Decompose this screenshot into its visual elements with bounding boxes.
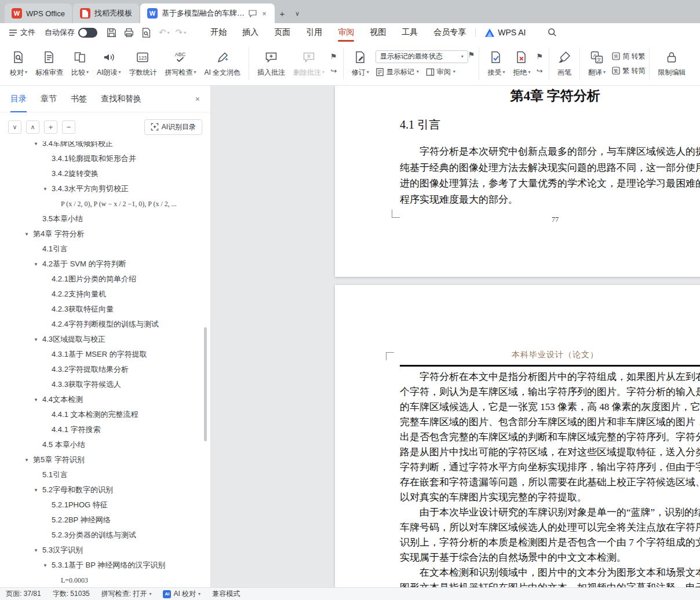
show-markup-button[interactable]: 显示标记 ▾ bbox=[375, 67, 419, 77]
change-flag-icon[interactable]: ⚑ bbox=[536, 53, 543, 60]
toc-item[interactable]: 3.4.2旋转变换 bbox=[0, 166, 205, 181]
menu-view[interactable]: 视图 bbox=[370, 23, 386, 42]
tree-collapse-icon[interactable]: ▼ bbox=[34, 548, 42, 553]
zoom-out-outline-button[interactable]: − bbox=[62, 120, 75, 134]
toc-item[interactable]: ▼5.2字母和数字的识别 bbox=[0, 482, 205, 497]
toc-item[interactable]: 4.2.4字符判断模型的训练与测试 bbox=[0, 317, 205, 332]
zoom-in-outline-button[interactable]: + bbox=[44, 120, 57, 134]
document-area[interactable]: 第4章 字符分析 4.1 引言 字符分析是本次研究中创新点最多的部分，与车牌区域… bbox=[211, 86, 700, 587]
menu-page[interactable]: 页面 bbox=[274, 23, 290, 42]
ai-recognize-toc-button[interactable]: AI识别目录 bbox=[144, 119, 202, 135]
translate-button[interactable]: A文 翻译▾ bbox=[584, 47, 610, 81]
toc-item[interactable]: P (x / 2, 0), P (w − x / 2 −1, 0), P (x … bbox=[0, 196, 205, 211]
wps-ai-menu[interactable]: WPS AI bbox=[485, 28, 526, 37]
accept-button[interactable]: 接受▾ bbox=[483, 47, 509, 81]
toc-item[interactable]: ▼4.2基于 SVM 的字符判断 bbox=[0, 257, 205, 272]
tree-collapse-icon[interactable]: ▼ bbox=[24, 458, 33, 463]
spellcheck-status[interactable]: 拼写检查: 打开 ▾ bbox=[101, 589, 152, 599]
toc-item[interactable]: 3.5本章小结 bbox=[0, 211, 205, 226]
toc-item[interactable]: 5.2.1PHOG 特征 bbox=[0, 497, 205, 513]
tree-collapse-icon[interactable]: ▼ bbox=[34, 337, 42, 342]
print-icon[interactable] bbox=[123, 27, 134, 38]
collapse-all-button[interactable]: ∧ bbox=[26, 120, 39, 134]
expand-all-button[interactable]: ∨ bbox=[8, 120, 21, 134]
sidebar-close-icon[interactable]: × bbox=[195, 94, 200, 104]
document-page-2[interactable]: 本科毕业设计（论文） 字符分析在本文中是指分析图片中的字符组成，如果图片从左到右… bbox=[335, 285, 700, 587]
menu-insert[interactable]: 插入 bbox=[242, 23, 258, 42]
comment-flag-icon[interactable]: ⚑ bbox=[330, 53, 337, 60]
file-menu[interactable]: 文件 bbox=[6, 27, 39, 38]
spellcheck-button[interactable]: ABC 拼写检查▾ bbox=[161, 47, 200, 81]
track-changes-button[interactable]: 修订▾ bbox=[348, 47, 373, 81]
toc-item[interactable]: ▼5.3.1基于 BP 神经网络的汉字识别 bbox=[0, 558, 205, 573]
tab-close-icon[interactable]: × bbox=[261, 9, 268, 18]
toc-item[interactable]: ▼3.4车牌区域倾斜校正 bbox=[0, 141, 205, 151]
word-count-indicator[interactable]: 字数: 51035 bbox=[53, 589, 90, 599]
toc-item[interactable]: ▼5.3汉字识别 bbox=[0, 543, 205, 558]
toc-item[interactable]: ▼4.4文本检测 bbox=[0, 392, 205, 407]
menu-tools[interactable]: 工具 bbox=[402, 23, 418, 42]
autosave-toggle[interactable] bbox=[78, 28, 97, 38]
toc-item[interactable]: 5.1引言 bbox=[0, 467, 205, 482]
tree-collapse-icon[interactable]: ▼ bbox=[34, 262, 42, 267]
word-count-button[interactable]: 123 字数统计 bbox=[125, 47, 161, 81]
tab-contents[interactable]: 目录 bbox=[10, 86, 27, 112]
page-indicator[interactable]: 页面: 37/81 bbox=[6, 589, 41, 599]
template-tab[interactable]: 找稻壳模板 bbox=[73, 3, 139, 23]
print-preview-icon[interactable] bbox=[140, 27, 152, 38]
toc-item[interactable]: 4.2.1图片分类的简单介绍 bbox=[0, 272, 205, 287]
tab-list-chevron-icon[interactable]: ∨ bbox=[290, 5, 305, 22]
tree-collapse-icon[interactable]: ▼ bbox=[34, 488, 42, 493]
toc-item[interactable]: 4.3.3获取字符候选人 bbox=[0, 377, 205, 392]
toc-item[interactable]: 4.4.1 字符搜索 bbox=[0, 422, 205, 437]
menu-home[interactable]: 开始 bbox=[210, 23, 227, 42]
simplified-to-traditional-button[interactable]: 简 简 转繁 bbox=[612, 52, 645, 61]
comment-next-icon[interactable]: ↪ bbox=[330, 67, 337, 75]
toc-item[interactable]: ▼3.4.3水平方向剪切校正 bbox=[0, 181, 205, 196]
toc-item[interactable]: ▼4.3区域提取与校正 bbox=[0, 332, 205, 347]
toc-item[interactable]: 4.3.1基于 MSER 的字符提取 bbox=[0, 347, 205, 362]
wps-home-tab[interactable]: W WPS Office bbox=[5, 3, 72, 23]
next-change-icon[interactable]: ↪ bbox=[537, 67, 543, 75]
toc-item[interactable]: 4.2.2支持向量机 bbox=[0, 287, 205, 302]
tab-bookmarks[interactable]: 书签 bbox=[71, 86, 87, 112]
tree-collapse-icon[interactable]: ▼ bbox=[24, 232, 33, 237]
standard-review-button[interactable]: 标准审查 bbox=[31, 47, 67, 81]
ink-brush-button[interactable]: 画笔 bbox=[553, 47, 575, 81]
toc-item[interactable]: 3.4.1轮廓提取和矩形合并 bbox=[0, 151, 205, 166]
markup-state-combobox[interactable]: 显示标记的最终状态 ▾ bbox=[375, 50, 468, 63]
menu-member[interactable]: 会员专享 bbox=[433, 23, 466, 42]
document-tab[interactable]: W 基于多模型融合的车牌智能识 × bbox=[140, 3, 275, 23]
toc-item[interactable]: 4.3.2字符提取结果分析 bbox=[0, 362, 205, 377]
tab-find-replace[interactable]: 查找和替换 bbox=[101, 86, 141, 112]
document-page-1[interactable]: 第4章 字符分析 4.1 引言 字符分析是本次研究中创新点最多的部分，与车牌区域… bbox=[335, 86, 700, 277]
comment-bubble-icon[interactable] bbox=[249, 10, 257, 17]
tab-chapters[interactable]: 章节 bbox=[41, 86, 57, 112]
revision-flag-icon[interactable]: ⚑ bbox=[468, 50, 475, 59]
menu-review[interactable]: 审阅 bbox=[338, 23, 354, 42]
menu-reference[interactable]: 引用 bbox=[306, 23, 322, 42]
ai-polish-button[interactable]: AI 全文润色 bbox=[200, 47, 245, 81]
search-icon[interactable] bbox=[548, 28, 557, 37]
proofread-button[interactable]: 校对▾ bbox=[6, 47, 31, 81]
compare-button[interactable]: 比较▾ bbox=[67, 47, 93, 81]
tree-collapse-icon[interactable]: ▼ bbox=[34, 141, 42, 147]
toc-item[interactable]: 5.2.3分类器的训练与测试 bbox=[0, 528, 205, 543]
tree-collapse-icon[interactable]: ▼ bbox=[34, 397, 42, 403]
reject-button[interactable]: 拒绝▾ bbox=[509, 47, 534, 81]
toc-item[interactable]: 4.5 本章小结 bbox=[0, 437, 205, 452]
toc-item[interactable]: 4.4.1 文本检测的完整流程 bbox=[0, 407, 205, 422]
insert-comment-button[interactable]: 插入批注 bbox=[253, 47, 289, 81]
ai-proofread-status[interactable]: AI AI 校对 ▾ bbox=[163, 589, 200, 599]
new-tab-button[interactable]: + bbox=[275, 5, 290, 22]
tree-collapse-icon[interactable]: ▼ bbox=[43, 186, 52, 192]
review-pane-button[interactable]: 审阅 ▾ bbox=[426, 67, 455, 77]
toc-item[interactable]: 5.2.2BP 神经网络 bbox=[0, 513, 205, 528]
ai-read-button[interactable]: AI朗读▾ bbox=[93, 47, 125, 81]
save-icon[interactable] bbox=[105, 27, 117, 38]
toc-item[interactable]: 4.2.3获取特征向量 bbox=[0, 302, 205, 317]
traditional-to-simplified-button[interactable]: 繁 繁 转简 bbox=[612, 66, 645, 76]
toc-item[interactable]: L=0.0003 bbox=[0, 573, 205, 587]
toc-item[interactable]: ▼第5章 字符识别 bbox=[0, 452, 205, 467]
toc-item[interactable]: ▼第4章 字符分析 bbox=[0, 226, 205, 242]
